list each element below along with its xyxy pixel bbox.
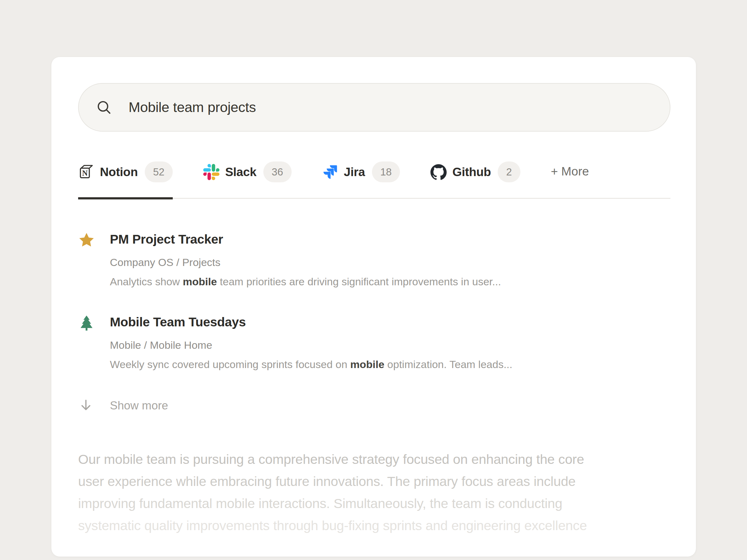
snippet-highlight: mobile [350,358,384,370]
search-input[interactable] [128,99,655,116]
preview-line: systematic quality improvements through … [78,514,670,537]
results-list: PM Project Tracker Company OS / Projects… [78,231,670,371]
show-more-button[interactable]: Show more [78,398,670,414]
notion-icon: N [78,164,94,180]
tab-notion[interactable]: N Notion 52 [78,161,173,198]
svg-text:N: N [82,169,88,177]
snippet-highlight: mobile [183,276,217,288]
star-icon [78,232,95,248]
show-more-label: Show more [110,399,670,412]
faded-preview-paragraph: Our mobile team is pursuing a comprehens… [78,448,670,537]
preview-line: improving fundamental mobile interaction… [78,492,670,514]
source-tabs: N Notion 52 Slack 36 [78,161,670,199]
result-pm-project-tracker[interactable]: PM Project Tracker Company OS / Projects… [78,231,670,288]
evergreen-tree-icon [78,315,95,331]
slack-icon [203,164,220,180]
preview-line: Our mobile team is pursuing a comprehens… [78,448,670,471]
arrow-down-icon [79,398,93,412]
tab-notion-count: 52 [145,161,173,182]
search-icon [96,100,112,115]
result-breadcrumb: Company OS / Projects [110,256,670,268]
search-results-card: N Notion 52 Slack 36 [51,57,696,557]
result-mobile-team-tuesdays[interactable]: Mobile Team Tuesdays Mobile / Mobile Hom… [78,314,670,371]
result-title: PM Project Tracker [110,231,670,247]
tab-github[interactable]: Github 2 [431,161,520,198]
tab-notion-label: Notion [100,165,138,179]
tab-jira-label: Jira [344,165,365,179]
search-bar[interactable] [78,83,670,132]
tab-more[interactable]: + More [551,161,589,194]
tab-jira-count: 18 [372,161,400,182]
tab-slack-count: 36 [263,161,292,182]
result-snippet: Weekly sync covered upcoming sprints foc… [110,358,670,371]
preview-line: user experience while embracing future i… [78,471,670,492]
tab-github-count: 2 [498,161,520,182]
tab-slack-label: Slack [225,165,256,179]
tab-github-label: Github [452,165,491,179]
result-breadcrumb: Mobile / Mobile Home [110,339,670,351]
github-icon [431,164,447,180]
jira-icon [322,164,338,180]
result-title: Mobile Team Tuesdays [110,314,670,330]
result-snippet: Analytics show mobile team priorities ar… [110,275,670,288]
tab-jira[interactable]: Jira 18 [322,161,400,198]
tab-slack[interactable]: Slack 36 [203,161,291,198]
